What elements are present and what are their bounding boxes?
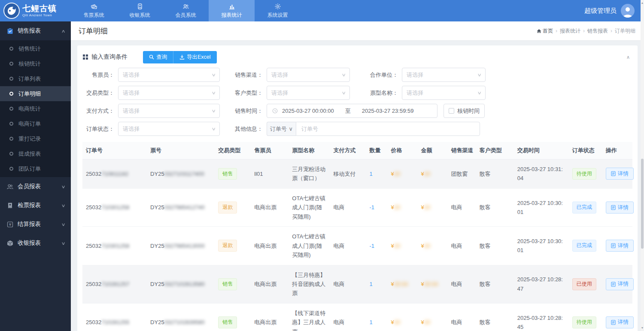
- order-status-badge: 已使用: [572, 278, 596, 290]
- sidebar-item-label: 核销统计: [18, 60, 41, 68]
- table-row[interactable]: 25032710811182 DY250327103117400 销售 ll01…: [82, 159, 632, 189]
- scrollbar-down-arrow[interactable]: ▼: [641, 326, 644, 330]
- sidebar-item-ecommerce-stats[interactable]: 电商统计: [0, 101, 71, 116]
- sidebar-group-cashier-report[interactable]: 收银报表 ∨: [0, 234, 71, 253]
- logo-fish-icon: [3, 3, 20, 19]
- cashier-icon: [137, 3, 143, 10]
- sidebar-item-ecommerce-orders[interactable]: 电商订单: [0, 116, 71, 131]
- ticket-check-report-icon: [6, 202, 14, 209]
- scrollbar-thumb[interactable]: [641, 159, 644, 249]
- ticket-type-select[interactable]: 请选择∨: [402, 86, 486, 100]
- blurred-order-digits: 710301258: [101, 204, 129, 211]
- bullet-icon: [9, 47, 13, 51]
- detail-button-label: 详情: [618, 319, 629, 326]
- search-button[interactable]: 查询: [143, 51, 173, 63]
- nav-ticketing-system[interactable]: 售票系统: [71, 0, 117, 21]
- sidebar-item-verification-stats[interactable]: 核销统计: [0, 56, 71, 71]
- table-row[interactable]: 25032710301258 DY250327985413000 退款 电商出票…: [82, 227, 632, 265]
- search-button-label: 查询: [156, 54, 167, 61]
- detail-button-label: 详情: [618, 170, 629, 178]
- detail-button[interactable]: 详情: [606, 240, 634, 252]
- export-excel-button[interactable]: 导出Excel: [173, 51, 217, 63]
- chevron-down-icon: ∨: [289, 126, 293, 132]
- order-number-cell: 25032710301258: [82, 227, 147, 265]
- members-icon: [182, 3, 189, 10]
- detail-button[interactable]: 详情: [606, 168, 634, 180]
- column-header: 票号: [147, 142, 215, 159]
- blurred-price: 30: [394, 204, 400, 211]
- seller-cell: 电商出票: [251, 265, 289, 303]
- partner-select[interactable]: 请选择∨: [402, 68, 486, 82]
- filter-label-order-status: 订单状态：: [82, 125, 114, 133]
- transaction-time-cell: 2025-03-27 10:30:01: [514, 227, 569, 265]
- nav-system-settings[interactable]: 系统设置: [255, 0, 301, 21]
- sidebar-item-reprint-records[interactable]: 重打记录: [0, 131, 71, 146]
- order-status-select[interactable]: 请选择∨: [118, 122, 220, 136]
- order-number-cell: 25032710281257: [82, 265, 147, 303]
- breadcrumb-sales-report[interactable]: 销售报表: [587, 27, 608, 35]
- order-status-badge: 待使用: [572, 316, 596, 328]
- customer-type-cell: 散客: [476, 227, 514, 265]
- sidebar-group-settlement-report[interactable]: ¥ 结算报表 ∨: [0, 215, 71, 234]
- sale-time-start[interactable]: 2025-03-27 00:00:00: [282, 108, 334, 114]
- page-scrollbar[interactable]: ▲ ▼: [641, 0, 644, 331]
- amount-cell: ¥39.94: [418, 265, 448, 303]
- order-number-input[interactable]: [296, 122, 480, 136]
- chevron-down-icon: ∨: [61, 241, 65, 246]
- sidebar-item-team-orders[interactable]: 团队订单: [0, 161, 71, 176]
- table-row[interactable]: 25032710281255 DY250327102839580 销售 电商出票…: [82, 303, 632, 331]
- detail-button[interactable]: 详情: [606, 202, 634, 214]
- pay-method-select[interactable]: 请选择∨: [118, 104, 220, 118]
- sidebar-group-ticket-check-report[interactable]: 检票报表 ∨: [0, 196, 71, 215]
- sale-time-range-picker[interactable]: 2025-03-27 00:00:00 至 2025-03-27 23:59:5…: [267, 104, 437, 118]
- verify-time-checkbox-button[interactable]: 核销时间: [444, 104, 485, 118]
- sidebar-item-label: 团队订单: [18, 165, 41, 173]
- sale-time-end[interactable]: 2025-03-27 23:59:59: [362, 108, 414, 114]
- breadcrumb-home[interactable]: 首页: [537, 27, 553, 35]
- current-user-name[interactable]: 超级管理员: [584, 7, 617, 15]
- seller-cell: 电商出票: [251, 303, 289, 331]
- nav-cashier-system[interactable]: 收银系统: [117, 0, 163, 21]
- select-placeholder: 请选择: [123, 107, 212, 115]
- customer-type-select[interactable]: 请选择∨: [267, 86, 350, 100]
- order-detail-card: 输入查询条件 查询 导出Excel ∧: [77, 45, 638, 331]
- table-row[interactable]: 25032710301258 DY250327985412740 退款 电商出票…: [82, 188, 632, 226]
- sidebar-item-sales-stats[interactable]: 销售统计: [0, 41, 71, 56]
- sidebar-group-label: 销售报表: [18, 27, 62, 35]
- top-bar: 七鲤古镇 Qili Ancient Town 售票系统 收银系统 会员系统: [0, 0, 644, 21]
- sidebar-item-order-list[interactable]: 订单列表: [0, 71, 71, 86]
- sidebar-item-commission-report[interactable]: 提成报表: [0, 146, 71, 161]
- detail-button[interactable]: 详情: [606, 278, 634, 290]
- table-row[interactable]: 25032710281257 DY250327102813580 销售 电商出票…: [82, 265, 632, 303]
- other-info-field-select[interactable]: 订单号 ∨: [267, 122, 296, 136]
- filter-label-partner: 合作单位：: [366, 71, 398, 79]
- sidebar-group-sales-report[interactable]: 销售报表 ∧: [0, 21, 71, 40]
- document-icon: [611, 282, 616, 287]
- channel-cell: 电商: [448, 188, 476, 226]
- collapse-panel-icon[interactable]: ∧: [624, 53, 632, 62]
- home-icon: [537, 29, 541, 33]
- sales-channel-select[interactable]: 请选择∨: [267, 68, 350, 82]
- sidebar-item-order-detail[interactable]: 订单明细: [0, 86, 71, 101]
- nav-member-system[interactable]: 会员系统: [163, 0, 209, 21]
- pay-method-cell: 电商: [330, 265, 366, 303]
- user-avatar[interactable]: [621, 4, 635, 18]
- seller-select[interactable]: 请选择∨: [118, 68, 220, 82]
- breadcrumb: 首页 › 报表统计 › 销售报表 › 订单明细: [537, 27, 635, 35]
- amount-cell: ¥30: [418, 227, 448, 265]
- order-status-cell: 已使用: [569, 265, 602, 303]
- detail-button[interactable]: 详情: [606, 316, 634, 328]
- transaction-type-badge: 退款: [218, 202, 237, 214]
- export-button-label: 导出Excel: [187, 54, 211, 61]
- bullet-icon: [9, 107, 13, 111]
- scrollbar-up-arrow[interactable]: ▲: [641, 1, 644, 5]
- filter-label-sale-time: 销售时间：: [231, 107, 263, 115]
- nav-report-statistics[interactable]: 报表统计: [209, 0, 255, 21]
- document-icon: [611, 243, 616, 248]
- select-placeholder: 请选择: [271, 89, 342, 97]
- breadcrumb-report-statistics[interactable]: 报表统计: [560, 27, 580, 35]
- sidebar-group-member-report[interactable]: 会员报表 ∨: [0, 177, 71, 196]
- filter-panel-header: 输入查询条件 查询 导出Excel ∧: [82, 50, 632, 64]
- transaction-type-select[interactable]: 请选择∨: [118, 86, 220, 100]
- member-report-icon: [6, 183, 14, 190]
